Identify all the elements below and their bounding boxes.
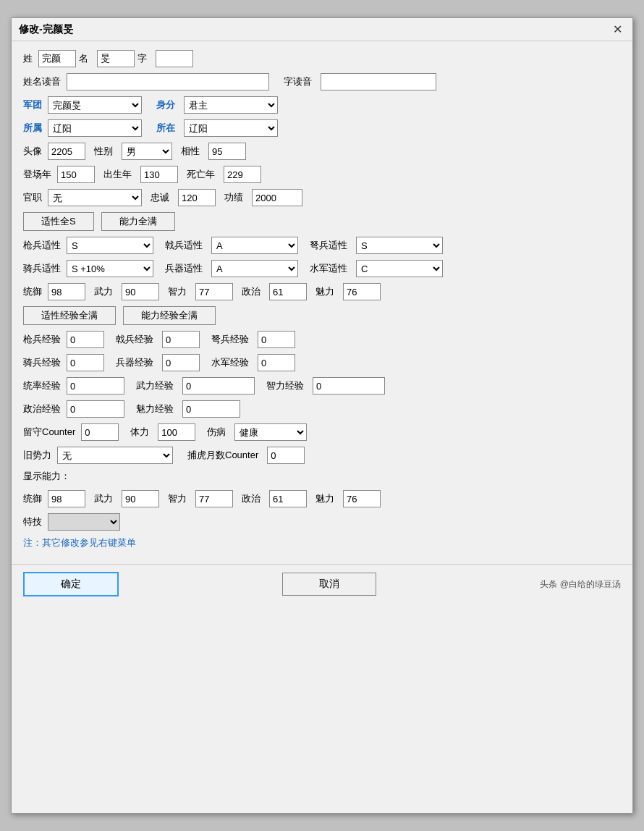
content: 姓 名 字 姓名读音 字读音 军团 完颜旻 身分 君主 所属: [12, 41, 632, 558]
btn-all-s[interactable]: 适性全S: [23, 212, 94, 231]
label-loyalty: 忠诚: [151, 191, 169, 204]
select-cavalry-apt[interactable]: S +10%SABCDE: [67, 260, 153, 277]
btn-apt-full[interactable]: 适性经验全满: [23, 306, 116, 325]
select-spear-apt[interactable]: SABCDE: [67, 237, 153, 254]
input-pronunciation[interactable]: [67, 73, 269, 90]
input-name[interactable]: [97, 50, 135, 67]
row-affiliation: 所属 辽阳 所在 辽阳: [23, 119, 621, 137]
input-stamina[interactable]: [158, 423, 195, 441]
label-display-force: 武力: [94, 492, 113, 505]
input-zi[interactable]: [156, 50, 193, 67]
row-pronunciation: 姓名读音 字读音: [23, 73, 621, 90]
row-garrison: 留守Counter 体力 伤病 健康轻伤重伤: [23, 423, 621, 441]
input-cavalry-exp[interactable]: [67, 354, 104, 371]
select-injury[interactable]: 健康轻伤重伤: [234, 423, 307, 441]
confirm-button[interactable]: 确定: [23, 572, 119, 596]
select-navy-apt[interactable]: CSABDE: [356, 260, 443, 277]
input-display-charm[interactable]: [343, 490, 381, 507]
input-politics-exp[interactable]: [67, 400, 124, 418]
label-name: 名: [79, 52, 88, 65]
row-portrait: 头像 性别 男 女 相性: [23, 143, 621, 160]
input-display-politics[interactable]: [269, 490, 307, 507]
label-display-command: 统御: [23, 492, 42, 505]
select-special-skill[interactable]: [48, 513, 120, 531]
row-quick-buttons: 适性全S 能力全满: [23, 212, 621, 231]
select-affiliation[interactable]: 辽阳: [48, 119, 142, 137]
input-intelligence-exp[interactable]: [313, 377, 385, 395]
input-crossbow-exp[interactable]: [258, 331, 295, 348]
select-crossbow-apt[interactable]: SABCDE: [356, 237, 443, 254]
label-display-charm: 魅力: [315, 492, 334, 505]
label-force-exp: 武力经验: [136, 379, 174, 392]
row-exp-buttons: 适性经验全满 能力经验全满: [23, 306, 621, 325]
title-bar: 修改-完颜旻 ✕: [12, 18, 632, 41]
input-appearance-year[interactable]: [57, 166, 95, 183]
input-command[interactable]: [48, 283, 85, 300]
input-loyalty[interactable]: [178, 189, 216, 206]
label-cavalry-exp: 骑兵经验: [23, 356, 61, 369]
input-intelligence[interactable]: [195, 283, 233, 300]
input-halberd-exp[interactable]: [162, 331, 200, 348]
label-command-exp: 统率经验: [23, 379, 61, 392]
input-charm[interactable]: [343, 283, 381, 300]
label-politics-exp: 政治经验: [23, 402, 61, 416]
label-display-intelligence: 智力: [168, 492, 187, 505]
input-hunt-counter[interactable]: [267, 447, 305, 464]
label-spear-exp: 枪兵经验: [23, 333, 61, 346]
btn-ability-full[interactable]: 能力经验全满: [123, 306, 216, 325]
select-gender[interactable]: 男 女: [122, 143, 172, 160]
input-char-pronunciation[interactable]: [321, 73, 436, 90]
note: 注：其它修改参见右键菜单: [23, 536, 621, 549]
label-portrait: 头像: [23, 145, 42, 158]
input-portrait[interactable]: [48, 143, 85, 160]
label-old-power: 旧势力: [23, 449, 51, 462]
input-force[interactable]: [122, 283, 159, 300]
select-old-power[interactable]: 无: [57, 447, 173, 464]
select-identity[interactable]: 君主: [184, 96, 278, 114]
label-appearance-year: 登场年: [23, 168, 51, 181]
label-command: 统御: [23, 285, 42, 298]
input-garrison-counter[interactable]: [81, 423, 119, 441]
btn-all-max[interactable]: 能力全满: [101, 212, 175, 231]
row-exp4: 政治经验 魅力经验: [23, 400, 621, 418]
row-special-skill: 特技: [23, 513, 621, 531]
watermark: 头条 @白给的绿豆汤: [540, 578, 621, 591]
input-surname[interactable]: [38, 50, 76, 67]
close-button[interactable]: ✕: [610, 22, 625, 36]
input-merit[interactable]: [252, 189, 302, 206]
input-weapon-exp[interactable]: [162, 354, 200, 371]
input-display-intelligence[interactable]: [195, 490, 233, 507]
select-legion[interactable]: 完颜旻: [48, 96, 142, 114]
input-compatibility[interactable]: [208, 143, 246, 160]
label-office: 官职: [23, 191, 42, 204]
label-location: 所在: [156, 122, 175, 135]
label-legion: 军团: [23, 98, 42, 111]
select-office[interactable]: 无: [48, 189, 142, 206]
label-charm: 魅力: [315, 285, 334, 298]
input-navy-exp[interactable]: [258, 354, 295, 371]
label-intelligence: 智力: [168, 285, 187, 298]
label-halberd-apt: 戟兵适性: [165, 239, 203, 252]
label-charm-exp: 魅力经验: [136, 402, 174, 416]
row-exp3: 统率经验 武力经验 智力经验: [23, 377, 621, 395]
input-display-command[interactable]: [48, 490, 85, 507]
label-politics: 政治: [242, 285, 260, 298]
input-force-exp[interactable]: [182, 377, 255, 395]
input-command-exp[interactable]: [67, 377, 124, 395]
select-weapon-apt[interactable]: ASBCDE: [211, 260, 298, 277]
input-politics[interactable]: [269, 283, 307, 300]
select-location[interactable]: 辽阳: [184, 119, 278, 137]
row-stats: 统御 武力 智力 政治 魅力: [23, 283, 621, 300]
label-birth-year: 出生年: [103, 168, 132, 181]
select-halberd-apt[interactable]: ASBCDE: [211, 237, 298, 254]
label-zi: 字: [137, 52, 147, 65]
input-display-force[interactable]: [122, 490, 159, 507]
input-charm-exp[interactable]: [182, 400, 240, 418]
input-spear-exp[interactable]: [67, 331, 104, 348]
label-identity: 身分: [156, 98, 175, 111]
cancel-button[interactable]: 取消: [282, 573, 376, 596]
label-injury: 伤病: [207, 426, 226, 439]
label-death-year: 死亡年: [187, 168, 215, 181]
input-birth-year[interactable]: [140, 166, 178, 183]
input-death-year[interactable]: [224, 166, 261, 183]
